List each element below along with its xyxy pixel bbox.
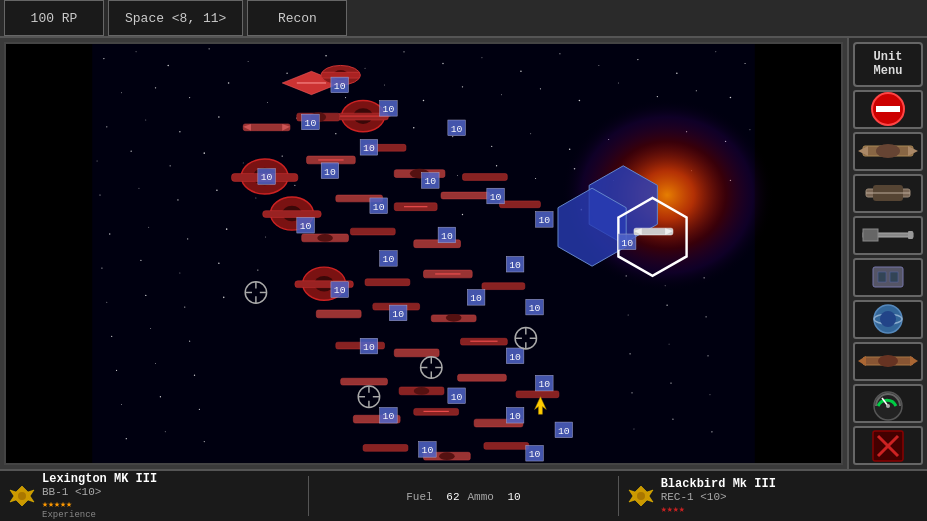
svg-point-12 bbox=[520, 71, 522, 73]
svg-point-38 bbox=[179, 131, 180, 132]
svg-text:10: 10 bbox=[383, 411, 395, 422]
right-sidebar: Unit Menu bbox=[847, 38, 927, 469]
sidebar-btn-close[interactable] bbox=[853, 426, 923, 465]
svg-rect-150 bbox=[441, 192, 490, 199]
svg-point-9 bbox=[403, 51, 404, 52]
svg-point-75 bbox=[155, 363, 156, 364]
svg-point-42 bbox=[335, 133, 336, 134]
svg-point-80 bbox=[126, 438, 127, 439]
svg-text:10: 10 bbox=[363, 143, 375, 154]
svg-point-46 bbox=[130, 151, 131, 152]
starfield-svg: 10 10 10 10 10 10 10 10 10 10 bbox=[6, 44, 841, 463]
svg-point-19 bbox=[121, 92, 122, 93]
sidebar-btn-stop[interactable] bbox=[853, 90, 923, 129]
svg-rect-180 bbox=[363, 444, 408, 451]
svg-point-58 bbox=[148, 227, 149, 228]
svg-text:10: 10 bbox=[529, 303, 541, 314]
svg-point-89 bbox=[496, 165, 497, 166]
unit-menu-button[interactable]: Unit Menu bbox=[853, 42, 923, 87]
unit2-name: Blackbird Mk III bbox=[661, 477, 776, 491]
svg-rect-267 bbox=[876, 106, 900, 112]
sidebar-btn-ship1[interactable] bbox=[853, 132, 923, 171]
svg-point-33 bbox=[657, 96, 658, 97]
svg-point-36 bbox=[106, 126, 107, 127]
svg-rect-279 bbox=[878, 272, 886, 282]
svg-point-71 bbox=[111, 336, 112, 337]
svg-text:10: 10 bbox=[451, 124, 463, 135]
fuel-value: 62 bbox=[446, 491, 459, 503]
sidebar-btn-weapon[interactable] bbox=[853, 216, 923, 255]
svg-point-153 bbox=[317, 234, 333, 242]
svg-point-269 bbox=[876, 144, 900, 158]
svg-text:10: 10 bbox=[538, 379, 550, 390]
unit1-badge bbox=[8, 482, 36, 510]
svg-text:10: 10 bbox=[509, 352, 521, 363]
divider2 bbox=[618, 476, 619, 516]
svg-point-26 bbox=[384, 84, 385, 85]
svg-point-13 bbox=[559, 53, 560, 54]
unit1-exp-label: Experience bbox=[42, 510, 157, 520]
svg-point-84 bbox=[491, 146, 492, 147]
svg-point-29 bbox=[501, 94, 502, 95]
svg-point-51 bbox=[99, 194, 100, 195]
svg-point-17 bbox=[715, 51, 716, 52]
sidebar-btn-gauge[interactable] bbox=[853, 384, 923, 423]
svg-rect-168 bbox=[394, 349, 439, 357]
svg-point-106 bbox=[666, 304, 667, 305]
sidebar-btn-ship2[interactable] bbox=[853, 174, 923, 213]
rp-label: 100 RP bbox=[31, 11, 78, 26]
svg-point-54 bbox=[216, 189, 218, 191]
top-bar: 100 RP Space <8, 11> Recon bbox=[0, 0, 927, 38]
rp-display[interactable]: 100 RP bbox=[4, 0, 104, 36]
svg-point-65 bbox=[218, 262, 220, 264]
svg-point-77 bbox=[121, 404, 122, 405]
location-display[interactable]: Space <8, 11> bbox=[108, 0, 243, 36]
svg-point-61 bbox=[265, 236, 266, 237]
mode-display[interactable]: Recon bbox=[247, 0, 347, 36]
svg-rect-175 bbox=[516, 391, 559, 398]
sidebar-btn-planet[interactable] bbox=[853, 300, 923, 339]
svg-point-44 bbox=[413, 127, 415, 129]
main-container: 100 RP Space <8, 11> Recon bbox=[0, 0, 927, 521]
sidebar-btn-module[interactable] bbox=[853, 258, 923, 297]
svg-text:10: 10 bbox=[509, 411, 521, 422]
svg-point-35 bbox=[730, 97, 732, 99]
svg-point-30 bbox=[540, 88, 541, 89]
svg-point-297 bbox=[637, 492, 645, 500]
svg-text:10: 10 bbox=[509, 260, 521, 271]
svg-marker-287 bbox=[910, 356, 918, 366]
svg-point-23 bbox=[267, 102, 268, 103]
svg-point-109 bbox=[669, 344, 670, 345]
svg-point-16 bbox=[676, 72, 678, 74]
svg-rect-276 bbox=[863, 229, 878, 241]
svg-point-114 bbox=[633, 428, 634, 429]
svg-text:10: 10 bbox=[300, 221, 312, 232]
svg-text:10: 10 bbox=[621, 238, 633, 249]
svg-point-67 bbox=[106, 302, 107, 303]
svg-point-2 bbox=[136, 51, 137, 52]
svg-point-11 bbox=[481, 57, 482, 58]
svg-point-70 bbox=[223, 297, 225, 299]
svg-point-45 bbox=[97, 160, 98, 161]
svg-point-112 bbox=[670, 382, 671, 383]
svg-text:10: 10 bbox=[334, 81, 346, 92]
svg-text:10: 10 bbox=[470, 293, 482, 304]
svg-point-25 bbox=[345, 97, 346, 98]
unit1-text-block: Lexington MK III BB-1 <10> ★★★★★ Experie… bbox=[42, 472, 157, 520]
unit2-info: Blackbird Mk III REC-1 <10> ★★★★ bbox=[627, 477, 919, 515]
svg-point-78 bbox=[160, 396, 161, 397]
game-canvas[interactable]: 10 10 10 10 10 10 10 10 10 10 bbox=[4, 42, 843, 465]
ammo-value: 10 bbox=[508, 491, 521, 503]
svg-point-290 bbox=[886, 404, 890, 408]
unit1-stars: ★★★★★ bbox=[42, 498, 157, 510]
svg-rect-171 bbox=[341, 378, 388, 385]
svg-point-166 bbox=[446, 314, 462, 322]
sidebar-btn-ship3[interactable] bbox=[853, 342, 923, 381]
unit2-text-block: Blackbird Mk III REC-1 <10> ★★★★ bbox=[661, 477, 776, 515]
svg-text:10: 10 bbox=[538, 215, 550, 226]
svg-point-31 bbox=[579, 100, 581, 102]
svg-rect-162 bbox=[482, 283, 525, 290]
svg-point-98 bbox=[462, 214, 463, 215]
svg-point-27 bbox=[423, 100, 425, 102]
svg-point-85 bbox=[530, 133, 531, 134]
